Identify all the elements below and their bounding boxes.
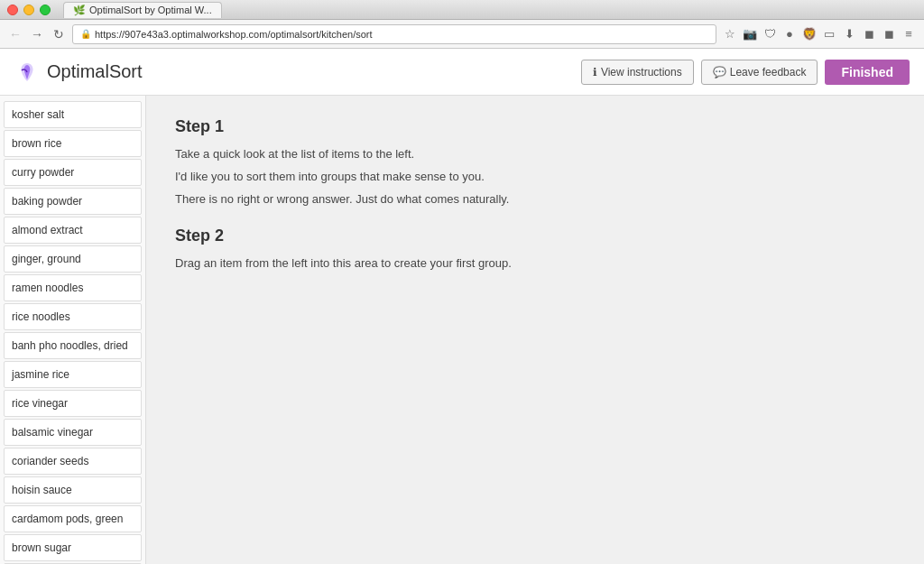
browser-tab[interactable]: 🌿 OptimalSort by Optimal W...: [63, 2, 222, 18]
list-item[interactable]: kosher salt: [4, 101, 142, 128]
header-actions: ℹ View instructions 💬 Leave feedback Fin…: [581, 60, 910, 85]
item-list-panel: kosher saltbrown ricecurry powderbaking …: [0, 96, 146, 564]
logo-icon: [14, 60, 40, 85]
list-item[interactable]: brown sugar: [4, 534, 142, 561]
address-bar: ← → ↻ 🔒 https://907e43a3.optimalworkshop…: [0, 20, 924, 49]
step1-line1: Take a quick look at the list of items t…: [175, 145, 895, 164]
logo-text: OptimalSort: [47, 61, 143, 82]
main-layout: kosher saltbrown ricecurry powderbaking …: [0, 96, 924, 564]
app-header: OptimalSort ℹ View instructions 💬 Leave …: [0, 49, 924, 96]
list-item[interactable]: banh pho noodles, dried: [4, 332, 142, 359]
list-item[interactable]: ramen noodles: [4, 274, 142, 301]
step1-title: Step 1: [175, 117, 895, 136]
list-item[interactable]: curry powder: [4, 159, 142, 186]
tab-label: OptimalSort by Optimal W...: [89, 5, 212, 15]
view-instructions-button[interactable]: ℹ View instructions: [581, 60, 694, 85]
titlebar: 🌿 OptimalSort by Optimal W...: [0, 0, 924, 20]
step2-title: Step 2: [175, 227, 895, 245]
download-icon[interactable]: ⬇: [841, 26, 857, 42]
camera-icon[interactable]: 📷: [742, 26, 758, 42]
close-button[interactable]: [7, 5, 18, 15]
refresh-button[interactable]: ↻: [51, 26, 67, 42]
list-item[interactable]: baking powder: [4, 188, 142, 215]
adblock-icon[interactable]: 🛡: [762, 26, 778, 42]
list-item[interactable]: jasmine rice: [4, 361, 142, 388]
list-item[interactable]: balsamic vinegar: [4, 419, 142, 446]
logo: OptimalSort: [14, 60, 143, 85]
list-item[interactable]: rice vinegar: [4, 390, 142, 417]
list-item[interactable]: ginger, ground: [4, 245, 142, 273]
screen-icon[interactable]: ▭: [821, 26, 837, 42]
list-item[interactable]: rice noodles: [4, 303, 142, 330]
chat-icon: 💬: [713, 66, 726, 79]
leave-feedback-button[interactable]: 💬 Leave feedback: [701, 60, 818, 85]
list-item[interactable]: cardamom pods, green: [4, 505, 142, 532]
list-item[interactable]: coriander seeds: [4, 448, 142, 475]
maximize-button[interactable]: [40, 5, 51, 15]
step2-section: Step 2 Drag an item from the left into t…: [175, 227, 895, 273]
wallet-icon[interactable]: ◼: [861, 26, 877, 42]
minimize-button[interactable]: [23, 5, 34, 15]
info-icon: ℹ: [593, 66, 597, 79]
feedback-label: Leave feedback: [730, 66, 807, 79]
list-item[interactable]: hoisin sauce: [4, 476, 142, 504]
step1-line3: There is no right or wrong answer. Just …: [175, 190, 895, 209]
tab-bar: 🌿 OptimalSort by Optimal W...: [63, 2, 222, 18]
tab-favicon: 🌿: [73, 5, 86, 16]
step1-line2: I'd like you to sort them into groups th…: [175, 168, 895, 187]
url-text: https://907e43a3.optimalworkshop.com/opt…: [95, 29, 373, 40]
forward-button[interactable]: →: [29, 26, 45, 42]
brave-icon[interactable]: 🦁: [801, 26, 818, 42]
menu-icon[interactable]: ≡: [901, 26, 917, 42]
list-item[interactable]: almond extract: [4, 217, 142, 244]
instructions-panel: Step 1 Take a quick look at the list of …: [146, 96, 924, 564]
vpn-icon[interactable]: ●: [781, 26, 798, 42]
list-item[interactable]: brown rice: [4, 130, 142, 157]
instructions-label: View instructions: [601, 66, 682, 79]
finished-button[interactable]: Finished: [825, 60, 910, 85]
lock-icon: 🔒: [80, 29, 91, 39]
toolbar-icons: ☆ 📷 🛡 ● 🦁 ▭ ⬇ ◼ ◼ ≡: [722, 26, 917, 42]
back-button[interactable]: ←: [7, 26, 23, 42]
address-input[interactable]: 🔒 https://907e43a3.optimalworkshop.com/o…: [72, 24, 716, 44]
bookmark-icon[interactable]: ☆: [722, 26, 738, 42]
extension-icon[interactable]: ◼: [881, 26, 897, 42]
step2-line: Drag an item from the left into this are…: [175, 254, 895, 273]
